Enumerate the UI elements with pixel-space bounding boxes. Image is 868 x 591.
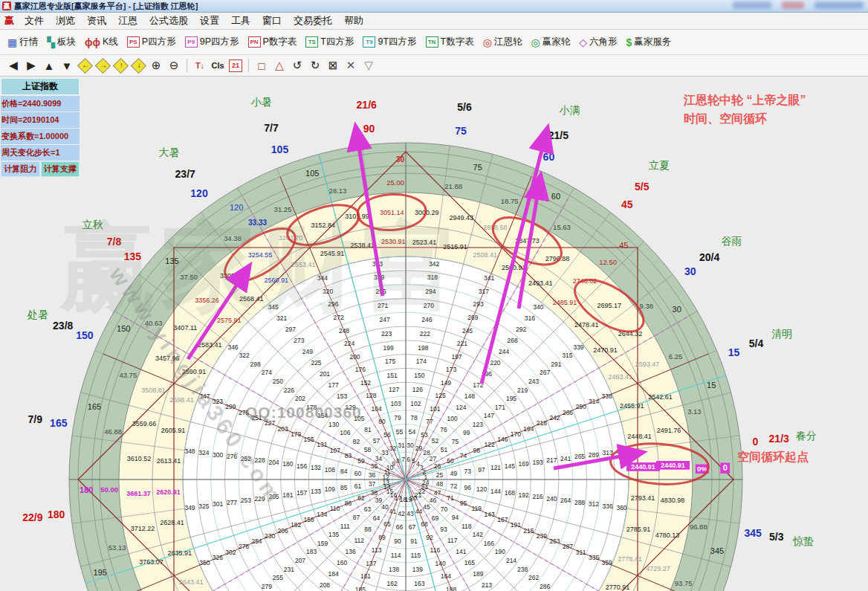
tool-zoom-out-icon[interactable]: ⊖ xyxy=(165,56,183,74)
toolbar-button-sectors[interactable]: ▚板块 xyxy=(42,33,80,52)
svg-text:53.13: 53.13 xyxy=(108,543,126,552)
tool-box-select-icon[interactable]: ⊠ xyxy=(324,56,342,74)
svg-text:195: 195 xyxy=(94,568,107,577)
svg-text:26: 26 xyxy=(434,462,441,470)
svg-text:180: 180 xyxy=(80,485,93,494)
svg-text:62: 62 xyxy=(357,494,365,502)
tool-draw-rect-icon[interactable]: □ xyxy=(253,56,271,74)
svg-text:225: 225 xyxy=(311,359,321,366)
tool-prev-icon[interactable]: ◀ xyxy=(4,56,22,74)
svg-text:249: 249 xyxy=(302,348,313,355)
calc-resistance-button[interactable]: 计算阻力 xyxy=(1,161,40,177)
svg-text:63: 63 xyxy=(364,506,372,513)
svg-text:96.88: 96.88 xyxy=(690,523,707,531)
svg-text:58: 58 xyxy=(364,446,372,453)
tool-rotate-cw-icon[interactable]: ↻ xyxy=(306,56,324,74)
toolbar-button-winner-wheel[interactable]: ◎赢家轮 xyxy=(526,33,574,52)
tool-step-down-button[interactable]: ↓ xyxy=(129,56,147,74)
svg-text:315: 315 xyxy=(562,352,572,359)
tool-step-left-button[interactable]: ← xyxy=(76,56,94,74)
svg-text:7/9: 7/9 xyxy=(27,413,42,425)
svg-text:124: 124 xyxy=(456,404,466,411)
toolbar-button-p-square[interactable]: PSP四方形 xyxy=(123,33,181,52)
svg-text:279: 279 xyxy=(262,583,272,590)
svg-text:116: 116 xyxy=(430,546,441,554)
svg-text:262: 262 xyxy=(528,574,539,581)
svg-text:77: 77 xyxy=(426,418,433,425)
svg-text:46: 46 xyxy=(430,497,437,504)
svg-text:2493.41: 2493.41 xyxy=(528,280,553,287)
menu-item-公式选股[interactable]: 公式选股 xyxy=(143,14,194,28)
tool-next-icon[interactable]: ▶ xyxy=(22,56,40,74)
toolbar-button-gann-wheel[interactable]: ◎江恩轮 xyxy=(479,33,527,52)
toolbar-button-kline[interactable]: ϕϕK线 xyxy=(80,33,123,52)
toolbar-button-quotes[interactable]: ▦行情 xyxy=(3,33,42,52)
tool-step-up-button[interactable]: ↑ xyxy=(111,56,129,74)
svg-text:2440.91: 2440.91 xyxy=(661,462,685,469)
p-square-icon: PS xyxy=(127,36,140,48)
tool-page-up-icon[interactable]: ▲ xyxy=(40,56,58,74)
svg-text:263: 263 xyxy=(549,537,560,545)
tool-cls-icon[interactable]: Cls xyxy=(209,56,227,74)
tool-axis-toggle-icon[interactable]: T↓ xyxy=(191,56,209,74)
svg-text:9.38: 9.38 xyxy=(640,302,654,310)
menu-item-文件[interactable]: 文件 xyxy=(19,14,50,28)
svg-text:46.88: 46.88 xyxy=(104,427,122,436)
svg-text:311: 311 xyxy=(576,549,586,556)
svg-text:29: 29 xyxy=(415,445,423,452)
svg-text:53: 53 xyxy=(421,431,428,439)
svg-text:5: 5 xyxy=(412,457,415,465)
kline-icon: ϕϕ xyxy=(85,36,100,48)
svg-text:207: 207 xyxy=(295,557,305,564)
toolbar-button-t-square[interactable]: TST四方形 xyxy=(301,33,358,52)
svg-text:2593.47: 2593.47 xyxy=(635,361,660,368)
svg-text:314: 314 xyxy=(589,398,599,405)
svg-text:111: 111 xyxy=(340,523,350,530)
toolbar-button-9t-square[interactable]: T99T四方形 xyxy=(358,33,421,52)
9p-square-label: 9P四方形 xyxy=(200,36,239,48)
tool-calendar-button[interactable]: 21 xyxy=(227,56,244,74)
svg-text:202: 202 xyxy=(295,395,305,402)
tool-rotate-ccw-icon[interactable]: ↺ xyxy=(288,56,306,74)
svg-text:21.88: 21.88 xyxy=(444,182,462,190)
menu-item-交易委托[interactable]: 交易委托 xyxy=(288,14,338,28)
tool-zoom-in-icon[interactable]: ⊕ xyxy=(147,56,165,74)
menu-item-窗口[interactable]: 窗口 xyxy=(256,14,288,28)
svg-text:73: 73 xyxy=(464,468,472,475)
svg-text:25: 25 xyxy=(436,471,444,479)
menu-item-帮助[interactable]: 帮助 xyxy=(338,14,369,28)
menu-item-工具[interactable]: 工具 xyxy=(225,14,256,28)
svg-text:136: 136 xyxy=(346,548,356,555)
tool-draw-triangle-icon[interactable]: △ xyxy=(271,56,288,74)
svg-text:253: 253 xyxy=(241,497,251,504)
toolbar-button-service[interactable]: $赢家服务 xyxy=(621,33,676,52)
svg-text:325: 325 xyxy=(198,503,209,510)
svg-text:317: 317 xyxy=(479,288,489,295)
menu-item-江恩[interactable]: 江恩 xyxy=(112,14,143,28)
toolbar-button-9p-square[interactable]: P99P四方形 xyxy=(181,33,244,52)
tool-step-right-button[interactable]: → xyxy=(94,56,111,74)
svg-text:131: 131 xyxy=(317,441,327,448)
svg-text:43.75: 43.75 xyxy=(119,371,137,379)
svg-text:28: 28 xyxy=(423,449,430,456)
menu-item-设置[interactable]: 设置 xyxy=(194,14,225,28)
menu-item-资讯[interactable]: 资讯 xyxy=(81,14,112,28)
svg-text:93.75: 93.75 xyxy=(675,579,693,587)
menu-item-浏览[interactable]: 浏览 xyxy=(50,14,81,28)
svg-text:242: 242 xyxy=(549,414,560,422)
toolbar-button-t-table[interactable]: TNT数字表 xyxy=(421,33,479,52)
toolbar-button-hexagon[interactable]: ◇六角形 xyxy=(574,33,621,52)
tool-funnel-icon[interactable]: ▽ xyxy=(360,56,378,74)
svg-text:112: 112 xyxy=(354,537,365,544)
tool-page-down-icon[interactable]: ▼ xyxy=(58,56,76,74)
svg-text:2463.41: 2463.41 xyxy=(609,373,633,381)
svg-text:4830.98: 4830.98 xyxy=(661,497,685,504)
svg-text:134: 134 xyxy=(317,511,327,518)
tool-shrink-icon[interactable]: ✕ xyxy=(342,56,360,74)
svg-text:273: 273 xyxy=(294,337,304,344)
svg-text:169: 169 xyxy=(519,460,529,468)
toolbar-button-p-table[interactable]: PNP数字表 xyxy=(244,33,302,52)
svg-text:2605.91: 2605.91 xyxy=(161,427,186,434)
calc-support-button[interactable]: 计算支撑 xyxy=(41,161,80,177)
svg-text:40: 40 xyxy=(381,503,389,511)
